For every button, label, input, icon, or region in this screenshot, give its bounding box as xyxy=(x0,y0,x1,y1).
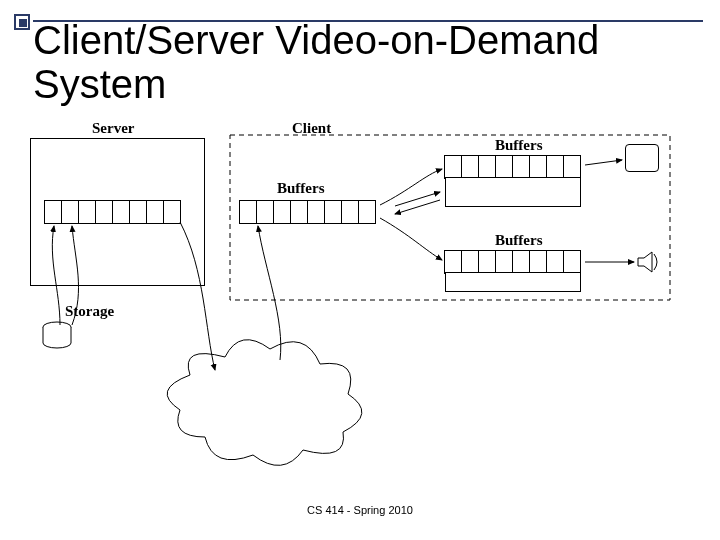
speaker-icon xyxy=(638,252,657,272)
label-storage: Storage xyxy=(65,303,114,320)
svg-point-1 xyxy=(43,322,71,332)
label-buffers-video: Buffers xyxy=(495,137,543,154)
buffer-client-main xyxy=(240,200,380,224)
monitor-icon xyxy=(625,144,659,172)
vod-diagram: Server Client Buffers Buffers Buffers Bu… xyxy=(30,120,690,490)
graphics-video-hw-box xyxy=(445,177,581,207)
label-server: Server xyxy=(92,120,134,137)
label-network: Network xyxy=(270,430,326,447)
label-client: Client xyxy=(292,120,331,137)
buffer-video xyxy=(445,155,585,179)
buffer-server xyxy=(45,200,185,224)
title-bullet-icon xyxy=(14,14,30,30)
storage-icon xyxy=(43,322,71,348)
buffer-audio xyxy=(445,250,585,274)
label-buffers-client-main: Buffers xyxy=(277,180,325,197)
network-cloud-icon xyxy=(167,340,362,466)
label-buffers-audio: Buffers xyxy=(495,232,543,249)
slide-title: Client/Server Video-on-Demand System xyxy=(33,18,720,106)
audio-hw-box xyxy=(445,272,581,292)
slide-footer: CS 414 - Spring 2010 xyxy=(0,504,720,516)
